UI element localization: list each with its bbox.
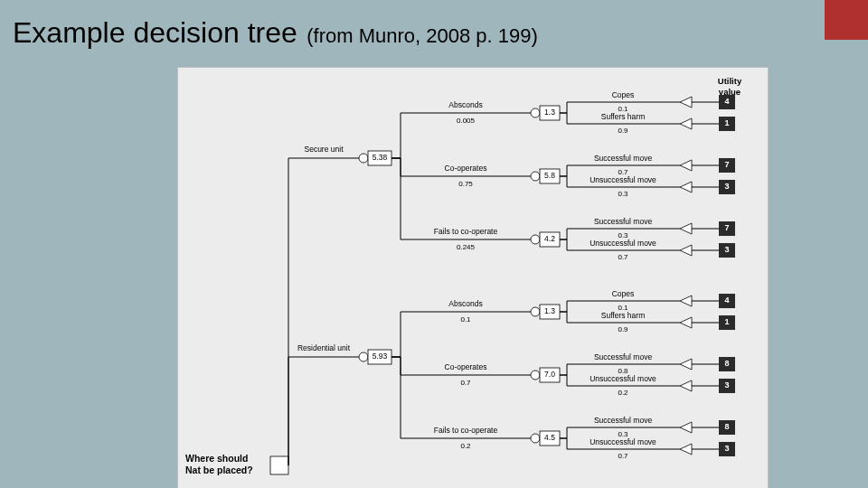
lbl-sec-coop: Co-operates bbox=[445, 164, 487, 173]
p-t10: 0.2 bbox=[618, 389, 628, 397]
svg-text:1.3: 1.3 bbox=[544, 108, 555, 117]
lbl-residential: Residential unit bbox=[297, 343, 351, 352]
root-label-l1: Where should bbox=[185, 453, 248, 464]
svg-text:3: 3 bbox=[724, 182, 729, 191]
svg-text:4.2: 4.2 bbox=[544, 234, 555, 243]
p-sec-absc: 0.005 bbox=[457, 117, 476, 125]
lbl-res-coop: Co-operates bbox=[445, 362, 487, 371]
page-title: Example decision tree (from Munro, 2008 … bbox=[13, 16, 538, 50]
l2-node-sec-coop: 5.8 bbox=[531, 169, 560, 183]
svg-text:4: 4 bbox=[724, 296, 729, 305]
lbl-t1: Copes bbox=[612, 90, 635, 99]
svg-text:8: 8 bbox=[724, 422, 729, 431]
l2-node-res-fail: 4.5 bbox=[531, 431, 560, 446]
lbl-sec-absc: Absconds bbox=[448, 100, 482, 109]
lbl-t4: Unsuccessful move bbox=[590, 175, 656, 184]
title-main: Example decision tree bbox=[13, 16, 297, 49]
lbl-t11: Successful move bbox=[594, 416, 653, 425]
svg-text:1: 1 bbox=[724, 317, 729, 326]
term-t8: 1 bbox=[680, 315, 735, 330]
term-t1: 4 bbox=[680, 95, 735, 109]
decision-node bbox=[270, 456, 288, 474]
lbl-t12: Unsuccessful move bbox=[590, 437, 656, 446]
svg-point-6 bbox=[531, 235, 540, 244]
lbl-t9: Successful move bbox=[594, 352, 653, 361]
svg-text:8: 8 bbox=[724, 359, 729, 368]
term-t5: 7 bbox=[680, 221, 735, 236]
term-t6: 3 bbox=[680, 243, 735, 258]
p-t8: 0.9 bbox=[618, 325, 628, 333]
svg-text:3: 3 bbox=[724, 380, 729, 389]
p-t6: 0.7 bbox=[618, 253, 628, 261]
svg-text:1.3: 1.3 bbox=[544, 306, 555, 315]
term-t12: 3 bbox=[680, 442, 735, 456]
header-utility: Utility bbox=[718, 76, 742, 86]
svg-point-0 bbox=[531, 108, 540, 117]
svg-text:4.5: 4.5 bbox=[544, 433, 555, 442]
term-t2: 1 bbox=[680, 117, 735, 131]
lbl-t7: Copes bbox=[612, 289, 635, 298]
term-t7: 4 bbox=[680, 294, 735, 308]
term-t11: 8 bbox=[680, 420, 735, 435]
svg-text:7.0: 7.0 bbox=[544, 370, 555, 379]
lbl-t6: Unsuccessful move bbox=[590, 239, 656, 248]
l2-node-sec-fail: 4.2 bbox=[531, 232, 560, 247]
svg-text:7: 7 bbox=[724, 223, 729, 232]
terminals-group: 4 1 7 3 7 3 4 1 8 3 8 3 bbox=[680, 95, 735, 456]
title-source: (from Munro, 2008 p. 199) bbox=[307, 24, 538, 47]
chance-residential bbox=[359, 352, 368, 361]
lbl-t2: Suffers harm bbox=[601, 112, 646, 121]
p-t4: 0.3 bbox=[618, 190, 628, 198]
svg-point-3 bbox=[531, 172, 540, 181]
svg-point-12 bbox=[531, 371, 540, 380]
lbl-t3: Successful move bbox=[594, 154, 653, 163]
p-res-absc: 0.1 bbox=[460, 315, 471, 324]
accent-bar bbox=[825, 0, 868, 40]
root-label-l2: Nat be placed? bbox=[185, 465, 253, 475]
term-t10: 3 bbox=[680, 379, 735, 393]
p-t2: 0.9 bbox=[618, 127, 628, 135]
p-res-coop: 0.7 bbox=[460, 379, 471, 387]
l2-node-res-coop: 7.0 bbox=[531, 368, 560, 382]
l2-node-res-absc: 1.3 bbox=[531, 305, 560, 319]
term-t4: 3 bbox=[680, 180, 735, 194]
svg-point-9 bbox=[531, 307, 540, 316]
svg-text:3: 3 bbox=[724, 444, 729, 453]
term-t9: 8 bbox=[680, 357, 735, 371]
svg-text:1: 1 bbox=[724, 118, 729, 127]
lbl-secure: Secure unit bbox=[305, 145, 344, 154]
ev-residential: 5.93 bbox=[373, 352, 388, 361]
decision-tree-svg: Utility value Where should Nat be placed… bbox=[178, 68, 768, 488]
svg-text:3: 3 bbox=[724, 245, 729, 254]
p-t12: 0.7 bbox=[618, 452, 628, 460]
term-t3: 7 bbox=[680, 158, 735, 173]
svg-text:7: 7 bbox=[724, 160, 729, 169]
edge-secure bbox=[288, 158, 359, 465]
svg-point-15 bbox=[531, 434, 540, 443]
p-sec-coop: 0.75 bbox=[458, 180, 473, 188]
lbl-res-fail: Fails to co-operate bbox=[434, 426, 498, 435]
lbl-sec-fail: Fails to co-operate bbox=[434, 227, 498, 236]
l2-node-sec-absc: 1.3 bbox=[531, 106, 560, 120]
lbl-res-absc: Absconds bbox=[448, 299, 482, 308]
svg-text:5.8: 5.8 bbox=[544, 171, 555, 180]
edge-residential bbox=[288, 357, 359, 465]
svg-text:4: 4 bbox=[724, 97, 729, 106]
p-sec-fail: 0.245 bbox=[457, 243, 476, 251]
lbl-t8: Suffers harm bbox=[601, 311, 646, 320]
chance-secure bbox=[359, 154, 368, 163]
ev-secure: 5.38 bbox=[373, 153, 388, 162]
lbl-t5: Successful move bbox=[594, 217, 653, 226]
decision-tree-figure: Utility value Where should Nat be placed… bbox=[177, 67, 769, 488]
lbl-t10: Unsuccessful move bbox=[590, 374, 656, 383]
p-res-fail: 0.2 bbox=[460, 442, 471, 450]
